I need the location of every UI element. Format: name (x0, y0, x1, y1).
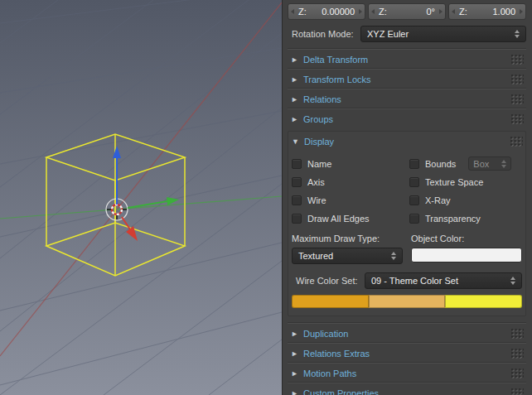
increment-arrow-icon[interactable] (359, 9, 362, 14)
rotation-z-field[interactable]: Z: 0° (368, 3, 446, 20)
decrement-arrow-icon[interactable] (452, 9, 455, 14)
panel-grip-icon[interactable] (511, 94, 524, 104)
dropdown-value: XYZ Euler (367, 29, 409, 39)
panel-grip-icon[interactable] (511, 329, 524, 339)
3d-viewport[interactable] (0, 0, 282, 395)
x-ray-checkbox[interactable] (409, 195, 419, 205)
panel-grip-icon[interactable] (511, 55, 524, 65)
collapsed-triangle-icon: ► (290, 389, 299, 395)
checkbox-label: Bounds (425, 159, 456, 169)
dropdown-value: 09 - Theme Color Set (371, 276, 458, 286)
dropdown-arrows-icon (386, 252, 396, 260)
field-value: 0° (426, 7, 435, 17)
panel-header-motion-paths[interactable]: ► Motion Paths (288, 364, 526, 383)
texture-space-option: Texture Space (409, 175, 522, 189)
collapsed-triangle-icon: ► (290, 95, 299, 104)
viewport-background (0, 0, 282, 395)
scale-z-field[interactable]: Z: 1.000 (448, 3, 526, 20)
checkbox-label: Axis (307, 177, 325, 187)
wire-option: Wire (292, 193, 404, 207)
field-label: Z: (459, 7, 467, 17)
panel-header-custom-properties[interactable]: ► Custom Properties (288, 383, 526, 395)
axis-option: Axis (292, 175, 404, 189)
collapsed-triangle-icon: ► (290, 75, 299, 84)
collapsed-triangle-icon: ► (290, 330, 299, 338)
object-color-swatch[interactable] (411, 248, 522, 263)
panel-title: Delta Transform (303, 55, 368, 65)
panel-title: Custom Properties (303, 388, 379, 395)
panel-title: Transform Locks (303, 75, 371, 84)
panel-title: Relations (303, 94, 341, 104)
viewport-canvas[interactable] (0, 0, 282, 395)
wire-color-set-dropdown[interactable]: 09 - Theme Color Set (365, 272, 522, 289)
field-value: 1.000 (492, 7, 515, 17)
panel-title: Duplication (303, 329, 348, 339)
panel-header-duplication[interactable]: ► Duplication (288, 324, 526, 344)
axis-checkbox[interactable] (292, 177, 302, 187)
increment-arrow-icon[interactable] (439, 9, 443, 14)
panel-title: Groups (303, 114, 333, 124)
maximum-draw-type-dropdown[interactable]: Textured (292, 248, 403, 264)
panel-grip-icon[interactable] (511, 349, 524, 359)
panel-header-relations-extras[interactable]: ► Relations Extras (288, 344, 526, 364)
panel-title: Display (304, 137, 334, 147)
wire-color-swatches (288, 289, 525, 316)
dropdown-value: Box (473, 159, 489, 169)
name-checkbox[interactable] (292, 159, 302, 169)
draw-all-edges-checkbox[interactable] (292, 214, 302, 224)
properties-panel: Z: 0.00000 Z: 0° Z: 1.000 Rotation Mode:… (282, 0, 532, 395)
panel-header-relations[interactable]: ► Relations (288, 89, 526, 109)
checkbox-label: Transparency (425, 214, 481, 224)
panel-grip-icon[interactable] (510, 137, 523, 147)
dropdown-arrows-icon (496, 160, 506, 168)
display-panel: ▼ Display Name Bounds Box Axis (288, 131, 526, 316)
collapsed-panels-bottom: ► Duplication ► Relations Extras ► Motio… (288, 324, 526, 395)
transparency-checkbox[interactable] (409, 214, 419, 224)
wire-checkbox[interactable] (292, 195, 302, 205)
wire-color-normal-swatch[interactable] (292, 295, 369, 308)
wire-color-set-label: Wire Color Set: (292, 276, 365, 286)
location-z-field[interactable]: Z: 0.00000 (288, 3, 365, 20)
collapsed-triangle-icon: ► (290, 369, 299, 378)
panel-grip-icon[interactable] (511, 75, 524, 84)
draw-type-labels-row: Maximum Draw Type: Object Color: (288, 227, 525, 246)
panel-title: Motion Paths (303, 369, 356, 378)
dropdown-value: Textured (298, 251, 333, 261)
collapsed-triangle-icon: ► (290, 349, 299, 358)
texture-space-checkbox[interactable] (409, 177, 419, 187)
collapsed-triangle-icon: ► (290, 55, 299, 64)
bounds-checkbox[interactable] (409, 159, 419, 169)
decrement-arrow-icon[interactable] (291, 9, 294, 14)
field-value: 0.00000 (322, 7, 355, 17)
transparency-option: Transparency (409, 211, 522, 225)
bounds-option: Bounds Box (409, 157, 522, 171)
rotation-mode-dropdown[interactable]: XYZ Euler (360, 26, 526, 42)
panel-header-groups[interactable]: ► Groups (288, 109, 526, 129)
dropdown-arrows-icon (505, 277, 515, 285)
collapsed-triangle-icon: ► (290, 115, 299, 123)
panel-header-display[interactable]: ▼ Display (288, 132, 525, 152)
panel-header-transform-locks[interactable]: ► Transform Locks (288, 70, 526, 89)
checkbox-label: Texture Space (425, 177, 483, 187)
field-label: Z: (379, 7, 387, 17)
name-option: Name (292, 157, 404, 171)
decrement-arrow-icon[interactable] (371, 9, 375, 14)
panel-grip-icon[interactable] (511, 388, 524, 395)
draw-all-edges-option: Draw All Edges (292, 211, 404, 225)
bounds-type-dropdown[interactable]: Box (468, 157, 511, 171)
panel-header-delta-transform[interactable]: ► Delta Transform (288, 50, 526, 70)
wire-color-select-swatch[interactable] (369, 295, 446, 308)
x-ray-option: X-Ray (409, 193, 522, 207)
dropdown-arrows-icon (510, 30, 520, 38)
object-color-label: Object Color: (411, 234, 522, 243)
increment-arrow-icon[interactable] (520, 9, 523, 14)
checkbox-label: X-Ray (425, 195, 451, 205)
checkbox-label: Wire (307, 195, 326, 205)
checkbox-label: Draw All Edges (307, 214, 370, 224)
wire-color-active-swatch[interactable] (445, 295, 522, 308)
rotation-mode-label: Rotation Mode: (288, 29, 360, 39)
panel-grip-icon[interactable] (511, 114, 524, 124)
display-options: Name Bounds Box Axis Texture Space Wi (288, 152, 525, 227)
panel-grip-icon[interactable] (511, 369, 524, 378)
rotation-mode-row: Rotation Mode: XYZ Euler (288, 26, 526, 42)
